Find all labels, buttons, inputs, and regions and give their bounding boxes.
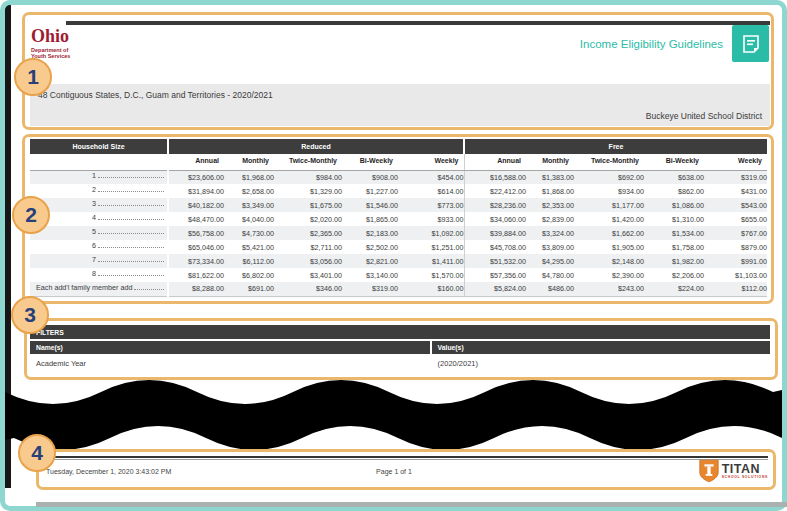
amount-cell: $2,658.00	[224, 184, 274, 198]
eligibility-table: Household Size Reduced Free Annual Month…	[30, 139, 767, 297]
reduced-group-header: Reduced	[168, 139, 464, 154]
household-size-header: Household Size	[30, 139, 168, 154]
amount-cell: $1,251.00	[398, 240, 464, 254]
amount-cell: $691.00	[224, 282, 274, 296]
ohio-logo-word: Ohio	[31, 27, 70, 45]
free-annual-header: Annual	[464, 154, 526, 170]
amount-cell: $22,412.00	[464, 184, 526, 198]
amount-cell: $51,532.00	[464, 254, 526, 268]
filters-name-header: Name(s)	[30, 341, 430, 354]
amount-cell: $486.00	[526, 282, 574, 296]
amount-cell: $2,365.00	[274, 226, 342, 240]
guidelines-table-body: 1$23,606.00$1,968.00$984.00$908.00$454.0…	[30, 170, 767, 296]
titan-tagline: SCHOOL SOLUTIONS	[722, 476, 768, 479]
dotted-leader	[98, 191, 164, 192]
amount-cell: $767.00	[704, 226, 767, 240]
annotation-number-3: 3	[11, 296, 49, 334]
amount-cell: $73,334.00	[168, 254, 224, 268]
footer-rule-light	[44, 459, 768, 460]
amount-cell: $4,040.00	[224, 212, 274, 226]
amount-cell: $1,227.00	[342, 184, 398, 198]
free-twice-monthly-header: Twice-Monthly	[574, 154, 644, 170]
amount-cell: $934.00	[574, 184, 644, 198]
household-size-cell: 1	[30, 170, 168, 184]
amount-cell: $1,329.00	[274, 184, 342, 198]
household-size-cell: 2	[30, 184, 168, 198]
table-row: 7$73,334.00$6,112.00$3,056.00$2,821.00$1…	[30, 254, 767, 268]
amount-cell: $1,534.00	[644, 226, 704, 240]
amount-cell: $3,056.00	[274, 254, 342, 268]
amount-cell: $56,758.00	[168, 226, 224, 240]
reduced-annual-header: Annual	[168, 154, 224, 170]
amount-cell: $773.00	[398, 198, 464, 212]
amount-cell: $1,865.00	[342, 212, 398, 226]
dotted-leader	[98, 261, 164, 262]
filters-header-row: Name(s) Value(s)	[30, 341, 770, 354]
filters-data-row: Academic Year (2020/2021)	[30, 354, 770, 372]
amount-cell: $39,884.00	[464, 226, 526, 240]
filter-value: (2020/2021)	[432, 354, 770, 372]
amount-cell: $8,288.00	[168, 282, 224, 296]
page-bottom-shadow	[36, 502, 787, 507]
amount-cell: $112.00	[704, 282, 767, 296]
dotted-leader	[98, 205, 164, 206]
filters-value-header: Value(s)	[432, 341, 770, 354]
report-preview-screenshot: Ohio Department of Youth Services Income…	[0, 0, 787, 511]
annotation-number-4: 4	[18, 434, 56, 472]
group-header-row: Household Size Reduced Free	[30, 139, 767, 154]
amount-cell: $2,390.00	[574, 268, 644, 282]
amount-cell: $3,324.00	[526, 226, 574, 240]
amount-cell: $984.00	[274, 170, 342, 184]
table-row: Each add'l family member add$8,288.00$69…	[30, 282, 767, 296]
amount-cell: $45,708.00	[464, 240, 526, 254]
free-group-header: Free	[464, 139, 767, 154]
table-row: 4$48,470.00$4,040.00$2,020.00$1,865.00$9…	[30, 212, 767, 226]
document-icon	[732, 25, 769, 62]
amount-cell: $431.00	[704, 184, 767, 198]
amount-cell: $28,236.00	[464, 198, 526, 212]
amount-cell: $614.00	[398, 184, 464, 198]
footer-page-number: Page 1 of 1	[294, 468, 494, 475]
amount-cell: $1,177.00	[574, 198, 644, 212]
amount-cell: $1,968.00	[224, 170, 274, 184]
table-row: 3$40,182.00$3,349.00$1,675.00$1,546.00$7…	[30, 198, 767, 212]
amount-cell: $2,206.00	[644, 268, 704, 282]
annotation-number-2: 2	[12, 196, 50, 234]
amount-cell: $2,821.00	[342, 254, 398, 268]
footer-timestamp: Tuesday, December 1, 2020 3:43:02 PM	[46, 468, 171, 475]
torn-page-wave	[5, 376, 782, 458]
amount-cell: $3,140.00	[342, 268, 398, 282]
amount-cell: $1,546.00	[342, 198, 398, 212]
amount-cell: $319.00	[704, 170, 767, 184]
household-size-cell: 8	[30, 268, 168, 282]
table-row: 8$81,622.00$6,802.00$3,401.00$3,140.00$1…	[30, 268, 767, 282]
reduced-twice-monthly-header: Twice-Monthly	[274, 154, 342, 170]
ohio-dys-logo: Ohio Department of Youth Services	[31, 27, 70, 60]
amount-cell: $1,420.00	[574, 212, 644, 226]
household-size-cell: 6	[30, 240, 168, 254]
amount-cell: $81,622.00	[168, 268, 224, 282]
filters-title: FILTERS	[30, 325, 770, 339]
shield-icon	[699, 459, 719, 483]
amount-cell: $1,675.00	[274, 198, 342, 212]
amount-cell: $543.00	[704, 198, 767, 212]
amount-cell: $40,182.00	[168, 198, 224, 212]
amount-cell: $65,046.00	[168, 240, 224, 254]
dotted-leader	[98, 275, 164, 276]
household-size-cell: 3	[30, 198, 168, 212]
amount-cell: $31,894.00	[168, 184, 224, 198]
table-row: 2$31,894.00$2,658.00$1,329.00$1,227.00$6…	[30, 184, 767, 198]
amount-cell: $3,809.00	[526, 240, 574, 254]
free-monthly-header: Monthly	[526, 154, 574, 170]
household-size-cell: 7	[30, 254, 168, 268]
amount-cell: $160.00	[398, 282, 464, 296]
amount-cell: $1,383.00	[526, 170, 574, 184]
reduced-weekly-header: Weekly	[398, 154, 464, 170]
amount-cell: $655.00	[704, 212, 767, 226]
reduced-biweekly-header: Bi-Weekly	[342, 154, 398, 170]
amount-cell: $692.00	[574, 170, 644, 184]
amount-cell: $879.00	[704, 240, 767, 254]
amount-cell: $908.00	[342, 170, 398, 184]
filter-name: Academic Year	[30, 354, 430, 372]
amount-cell: $48,470.00	[168, 212, 224, 226]
